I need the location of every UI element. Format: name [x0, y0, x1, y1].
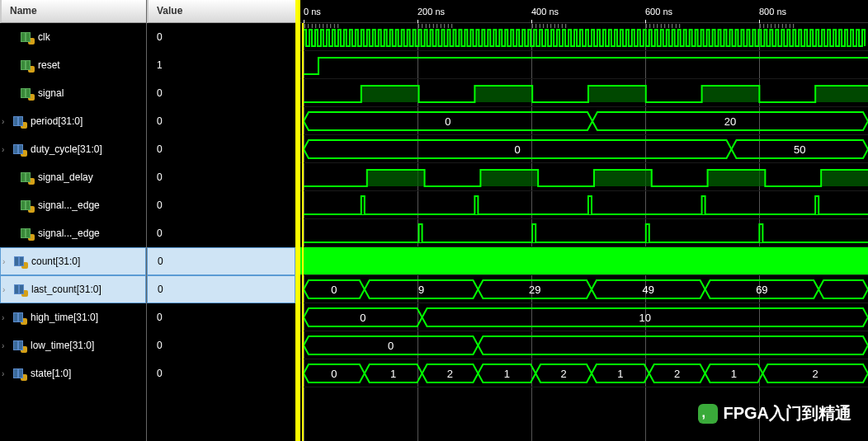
signal-row-state[1:0][interactable]: ›state[1:0]	[0, 359, 146, 387]
value-cell-period[31:0][interactable]: 0	[147, 107, 295, 135]
signal-row-last_count[31:0][interactable]: ›last_count[31:0]	[0, 275, 146, 303]
expand-icon[interactable]: ›	[2, 117, 12, 126]
signal-name: period[31:0]	[31, 115, 83, 127]
wave-falling-edge	[300, 219, 868, 247]
watermark: FPGA入门到精通	[698, 402, 851, 425]
wave-low_time: 0	[300, 331, 868, 359]
wave-clk	[300, 23, 868, 51]
svg-rect-3	[702, 86, 760, 102]
svg-text:1: 1	[504, 368, 510, 380]
value-cell-low_time[31:0][interactable]: 0	[147, 331, 295, 359]
value-cell-state[1:0][interactable]: 0	[147, 359, 295, 387]
signal-row-signal..._edge[interactable]: signal..._edge	[0, 219, 146, 247]
expand-icon[interactable]: ›	[2, 341, 12, 350]
wave-duty_cycle: 050	[300, 135, 868, 163]
value-cell-signal_delay[interactable]: 0	[147, 163, 295, 191]
svg-text:1: 1	[731, 368, 737, 380]
name-header[interactable]: Name	[0, 0, 146, 23]
svg-text:0: 0	[360, 312, 366, 324]
value-cell-last_count[31:0][interactable]: 0	[147, 275, 295, 303]
expand-icon[interactable]: ›	[2, 369, 12, 378]
ruler-tick: 800 nsıııııııııı	[759, 7, 786, 16]
signal-row-duty_cycle[31:0][interactable]: ›duty_cycle[31:0]	[0, 135, 146, 163]
expand-icon[interactable]: ›	[2, 285, 12, 294]
svg-rect-13	[821, 170, 868, 186]
signal-icon	[12, 143, 26, 155]
signal-name: signal..._edge	[38, 199, 100, 211]
value-cell-signal..._edge[interactable]: 0	[147, 219, 295, 247]
signal-icon	[20, 31, 33, 43]
svg-text:2: 2	[674, 368, 680, 380]
signal-icon	[20, 228, 33, 239]
svg-text:1: 1	[617, 368, 623, 380]
svg-text:0: 0	[445, 115, 451, 128]
expand-icon[interactable]: ›	[2, 257, 12, 266]
svg-rect-9	[367, 170, 425, 186]
svg-rect-11	[594, 170, 652, 186]
svg-text:0: 0	[515, 143, 521, 156]
value-cell-duty_cycle[31:0][interactable]: 0	[147, 135, 295, 163]
wave-reset	[300, 51, 868, 79]
signal-row-signal_delay[interactable]: signal_delay	[0, 163, 146, 191]
svg-text:69: 69	[756, 284, 767, 296]
value-cell-signal[interactable]: 0	[147, 79, 295, 107]
svg-text:0: 0	[388, 340, 394, 352]
signal-name: count[31:0]	[31, 256, 80, 267]
signal-name: signal..._edge	[38, 228, 100, 239]
value-column: Value 0100000000000	[147, 0, 297, 441]
signal-row-low_time[31:0][interactable]: ›low_time[31:0]	[0, 331, 146, 359]
value-header[interactable]: Value	[147, 0, 295, 23]
svg-text:50: 50	[794, 143, 805, 156]
cursor[interactable]	[302, 23, 304, 441]
signal-name: clk	[38, 31, 50, 43]
signal-name: signal	[38, 87, 64, 99]
signal-row-high_time[31:0][interactable]: ›high_time[31:0]	[0, 303, 146, 331]
signal-row-signal[interactable]: signal	[0, 79, 146, 107]
signal-icon	[12, 312, 26, 323]
signal-icon	[12, 340, 26, 351]
value-cell-reset[interactable]: 1	[147, 51, 295, 79]
signal-row-signal..._edge[interactable]: signal..._edge	[0, 191, 146, 219]
expand-icon[interactable]: ›	[2, 145, 12, 154]
wave-rising-edge	[300, 191, 868, 219]
svg-text:49: 49	[643, 284, 654, 296]
svg-rect-10	[480, 170, 538, 186]
wave-high_time: 010	[300, 303, 868, 331]
expand-icon[interactable]: ›	[2, 313, 12, 322]
value-cell-count[31:0][interactable]: 0	[147, 247, 295, 275]
wave-count	[300, 247, 868, 275]
signal-row-reset[interactable]: reset	[0, 51, 146, 79]
signal-row-count[31:0][interactable]: ›count[31:0]	[0, 247, 146, 275]
wave-signal	[300, 79, 868, 107]
signal-icon	[20, 199, 33, 211]
waveform-panel[interactable]: 0 nsıııııııııı200 nsıııııııııı400 nsıııı…	[297, 0, 868, 441]
svg-rect-0	[361, 86, 419, 102]
signal-row-clk[interactable]: clk	[0, 23, 146, 51]
wave-period: 020	[300, 107, 868, 135]
svg-text:1: 1	[390, 368, 396, 380]
signal-icon	[12, 115, 26, 127]
signal-icon	[13, 256, 26, 267]
svg-text:0: 0	[331, 368, 337, 380]
value-cell-high_time[31:0][interactable]: 0	[147, 303, 295, 331]
svg-text:0: 0	[331, 284, 337, 296]
signal-icon	[20, 59, 33, 71]
signal-row-period[31:0][interactable]: ›period[31:0]	[0, 107, 146, 135]
time-ruler[interactable]: 0 nsıııııııııı200 nsıııııııııı400 nsıııı…	[300, 0, 868, 23]
ruler-tick: 200 nsıııııııııı	[417, 7, 445, 16]
svg-text:2: 2	[560, 368, 566, 380]
value-cell-signal..._edge[interactable]: 0	[147, 191, 295, 219]
svg-rect-1	[474, 86, 532, 102]
ruler-tick: 600 nsıııııııııı	[645, 7, 672, 16]
signal-name: duty_cycle[31:0]	[31, 143, 102, 155]
wechat-icon	[698, 404, 718, 424]
signal-icon	[13, 284, 26, 295]
signal-name: high_time[31:0]	[31, 312, 98, 323]
ruler-tick: 0 nsıııııııııı	[304, 7, 321, 16]
svg-rect-4	[815, 86, 868, 102]
signal-name: last_count[31:0]	[31, 284, 101, 295]
value-cell-clk[interactable]: 0	[147, 23, 295, 51]
ruler-tick: 400 nsıııııııııı	[531, 7, 559, 16]
signal-icon	[12, 368, 26, 379]
signal-icon	[20, 87, 33, 99]
